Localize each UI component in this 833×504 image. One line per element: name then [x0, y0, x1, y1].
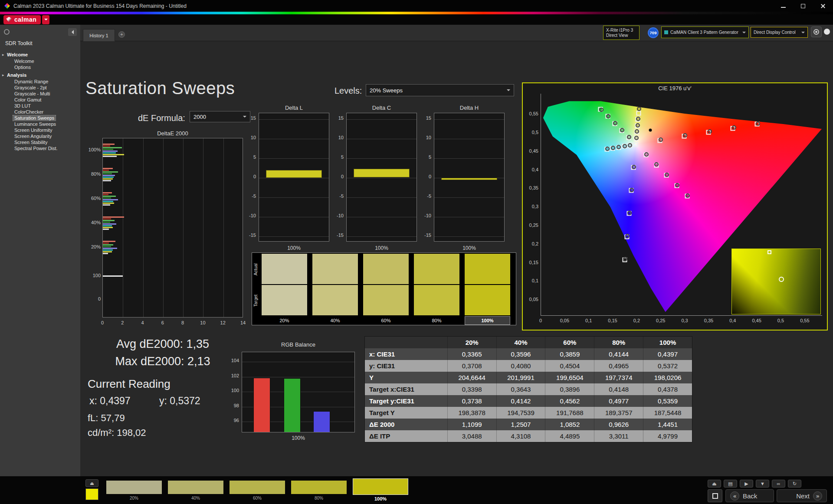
levels-select[interactable]: 20% Sweeps	[366, 84, 514, 96]
sidebar-item-welcome[interactable]: Welcome	[0, 58, 80, 64]
patch-40[interactable]	[168, 481, 223, 494]
gridline	[259, 158, 329, 159]
table-row: Target Y198,3878194,7539191,7688189,3757…	[365, 407, 692, 419]
eject-button[interactable]: ⏏	[708, 480, 721, 488]
de-bar	[103, 241, 115, 242]
patch-100[interactable]	[353, 478, 408, 495]
gridline	[347, 197, 416, 198]
de-bar	[103, 168, 113, 169]
tab-add-button[interactable]	[118, 31, 125, 38]
cie-measurement-circle	[625, 234, 630, 238]
sidebar-item-color-gamut[interactable]: Color Gamut	[0, 97, 80, 103]
gridline	[259, 119, 329, 120]
axis-tick-label: 10	[330, 135, 344, 140]
sidebar-item-grayscale-2pt[interactable]: Grayscale - 2pt	[0, 85, 80, 91]
settings-button[interactable]	[811, 26, 822, 37]
target-swatch-40	[312, 285, 358, 315]
tree-section-welcome[interactable]: Welcome	[0, 52, 80, 58]
sidebar-collapse-button[interactable]	[68, 28, 77, 36]
calman-logo[interactable]: calman	[3, 15, 41, 24]
current-cdm2-value: cd/m²: 198,02	[88, 427, 146, 439]
sidebar-item-3d-lut[interactable]: 3D LUT	[0, 103, 80, 109]
reset-button[interactable]: ↻	[788, 480, 801, 488]
patch-80[interactable]	[291, 481, 347, 494]
de-bar	[103, 173, 112, 174]
cie-measurement-circle	[685, 193, 690, 198]
meter-selector[interactable]: X-Rite i1Pro 3 Direct View	[603, 26, 640, 40]
tab-history-1[interactable]: History 1	[83, 29, 115, 41]
sidebar-item-saturation-sweeps[interactable]: Saturation Sweeps	[0, 115, 80, 121]
actual-swatch-40	[312, 254, 358, 284]
logo-bar: calman	[0, 14, 833, 25]
axis-tick-label: 102	[225, 373, 239, 378]
play-button[interactable]: ▶	[740, 480, 753, 488]
continuous-read-button[interactable]: ∞	[772, 480, 785, 488]
sidebar-item-screen-uniformity[interactable]: Screen Uniformity	[0, 127, 80, 133]
axis-tick-label: -5	[417, 193, 431, 199]
calman-menu-button[interactable]	[42, 15, 49, 24]
delta-c-plot	[346, 113, 417, 242]
cie-zoom-inset	[731, 249, 821, 314]
sidebar-item-screen-angularity[interactable]: Screen Angularity	[0, 133, 80, 139]
de-bar	[103, 170, 109, 171]
patch-20[interactable]	[106, 481, 162, 494]
gear-icon	[813, 29, 819, 35]
axis-tick-label: 0	[417, 174, 431, 179]
cie-measurement-circle	[634, 136, 639, 140]
tree-section-analysis[interactable]: Analysis	[0, 72, 80, 79]
table-row-label: Y	[365, 372, 447, 383]
back-button-label: Back	[743, 492, 757, 500]
de-bar	[103, 178, 113, 180]
cie-measurement-circle	[732, 125, 736, 130]
sidebar-item-label: Screen Stability	[13, 140, 49, 145]
table-cell: 0,3859	[545, 348, 594, 360]
back-button[interactable]: « Back	[725, 489, 774, 502]
sidebar-item-grayscale-multi[interactable]: Grayscale - Multi	[0, 91, 80, 97]
table-cell: 0,3896	[545, 383, 594, 395]
table-row-label: Target y:CIE31	[365, 395, 447, 407]
cie-measurement-circle	[708, 129, 712, 134]
next-button[interactable]: Next »	[777, 489, 827, 502]
levels-label: Levels:	[335, 86, 362, 96]
pattern-screen-button[interactable]: ▤	[724, 480, 737, 488]
de-bar	[103, 251, 112, 252]
axis-tick-label: 0,4	[524, 167, 538, 172]
close-button[interactable]	[813, 0, 833, 12]
sidebar-item-spectral-power-dist[interactable]: Spectral Power Dist.	[0, 145, 80, 151]
minimize-button[interactable]	[773, 0, 793, 12]
source-selector[interactable]: CalMAN Client 3 Pattern Generator	[661, 26, 749, 38]
de-bar	[103, 222, 110, 223]
cie-measurement-circle	[683, 133, 687, 137]
axis-tick-label: 0	[330, 174, 344, 179]
axis-tick-label: 0,1	[524, 278, 538, 283]
target-swatch-60	[363, 285, 409, 315]
next-chevron-icon: »	[813, 491, 822, 501]
patch-60[interactable]	[230, 481, 285, 494]
patch-eject-button[interactable]: ⏏	[85, 479, 98, 487]
sidebar-item-options[interactable]: Options	[0, 64, 80, 70]
sidebar-item-dynamic-range[interactable]: Dynamic Range	[0, 79, 80, 85]
table-cell: 0,3708	[447, 360, 496, 372]
cie-measurement-circle	[636, 123, 640, 128]
axis-tick-label: 0,2	[628, 318, 645, 323]
target-swatch-20	[262, 285, 307, 315]
table-cell: 201,9991	[496, 372, 545, 383]
cie-measurement-circle	[627, 135, 631, 139]
gridline	[347, 158, 416, 159]
actual-swatch-60	[363, 254, 409, 284]
display-control-selector[interactable]: Direct Display Control	[751, 27, 808, 38]
pattern-window-button[interactable]	[708, 489, 722, 502]
sidebar-item-luminance-sweeps[interactable]: Luminance Sweeps	[0, 121, 80, 127]
sidebar-item-colorchecker[interactable]: ColorChecker	[0, 109, 80, 115]
axis-tick-label: 0,2	[524, 241, 538, 246]
colorspace-badge[interactable]: 709	[648, 27, 659, 38]
maximize-button[interactable]	[793, 0, 813, 12]
download-button[interactable]: ▼	[756, 480, 769, 488]
gridline	[259, 178, 329, 178]
workflow-radio-icon[interactable]	[4, 29, 10, 35]
table-header-cell: 20%	[447, 337, 496, 348]
de-formula-value: 2000	[193, 114, 206, 120]
cie-diagram-panel[interactable]: CIE 1976 u'v' 00,050,10,150,20,250,30,35…	[522, 82, 828, 331]
sidebar-item-screen-stability[interactable]: Screen Stability	[0, 139, 80, 145]
gridline	[434, 217, 504, 217]
